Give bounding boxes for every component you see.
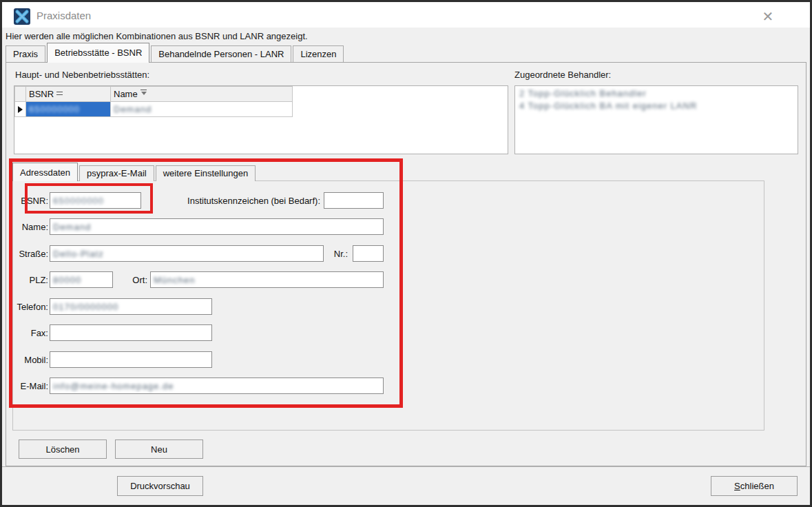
druckvorschau-button[interactable]: Druckvorschau [117, 476, 203, 496]
plz-input[interactable]: 80000 [50, 271, 113, 288]
main-tab-bar: Praxis Betriebsstätte - BSNR Behandelnde… [6, 43, 345, 63]
table-header-row: BSNR Name [15, 87, 293, 102]
email-input[interactable]: info@meine-homepage.de [50, 377, 384, 394]
institutskennzeichen-label: Institutskennzeichen (bei Bedarf): [165, 196, 320, 206]
footer-divider [2, 466, 810, 467]
window-title: Praxisdaten [37, 10, 91, 21]
sort-ascending-icon [140, 90, 147, 96]
column-header-bsnr[interactable]: BSNR [26, 87, 111, 102]
row-marker-header-cell [15, 87, 26, 102]
list-item[interactable]: 4 Topp-Glücklich BA mit eigener LANR [519, 101, 793, 111]
mobil-input[interactable] [50, 351, 212, 368]
mobil-label: Mobil: [1, 355, 48, 365]
schliessen-button[interactable]: Schließen [711, 476, 798, 496]
cell-name[interactable]: Demand [111, 102, 293, 117]
bsnr-input[interactable]: 650000000 [50, 192, 141, 209]
betriebsstaetten-grid[interactable]: BSNR Name 650000000 Demand [14, 85, 508, 154]
current-row-arrow-icon [18, 106, 23, 113]
bsnr-label: BSNR: [1, 196, 48, 206]
fax-label: Fax: [1, 328, 48, 338]
tab-lizenzen[interactable]: Lizenzen [293, 45, 344, 63]
email-label: E-Mail: [1, 381, 48, 391]
tab-betriebsstaette-bsnr[interactable]: Betriebsstätte - BSNR [47, 43, 149, 63]
nr-input[interactable] [353, 245, 384, 262]
strasse-label: Straße: [1, 249, 48, 259]
name-label: Name: [1, 222, 48, 232]
tab-behandelnde-personen-lanr[interactable]: Behandelnde Personen - LANR [151, 45, 291, 63]
ort-label: Ort: [124, 275, 147, 285]
loeschen-button[interactable]: Löschen [19, 439, 107, 459]
fax-input[interactable] [50, 324, 212, 341]
praxisdaten-dialog: Praxisdaten ✕ Hier werden alle möglichen… [0, 0, 812, 507]
nr-label: Nr.: [324, 249, 348, 259]
name-input[interactable]: Demand [50, 218, 384, 235]
table-row[interactable]: 650000000 Demand [15, 102, 293, 117]
dialog-description: Hier werden alle möglichen Kombinationen… [6, 31, 308, 41]
cell-bsnr[interactable]: 650000000 [26, 102, 111, 117]
neu-button[interactable]: Neu [115, 439, 203, 459]
institutskennzeichen-input[interactable] [324, 192, 384, 209]
telefon-label: Telefon: [1, 302, 48, 312]
behandler-list[interactable]: 2 Topp-Glücklich Behandler 4 Topp-Glückl… [514, 85, 798, 154]
ort-input[interactable]: München [150, 271, 384, 288]
subtab-psyprax-email[interactable]: psyprax-E-Mail [79, 165, 154, 181]
behandler-label: Zugeordnete Behandler: [514, 70, 611, 80]
telefon-input[interactable]: 0170/0000000 [50, 298, 212, 315]
list-item[interactable]: 2 Topp-Glücklich Behandler [519, 88, 793, 99]
strasse-input[interactable]: Dello-Platz [50, 245, 324, 262]
column-filter-lines-icon [56, 90, 63, 95]
tab-praxis[interactable]: Praxis [6, 45, 45, 63]
close-icon[interactable]: ✕ [758, 8, 778, 25]
subtab-adressdaten[interactable]: Adressdaten [12, 163, 78, 181]
title-bar: Praxisdaten ✕ [2, 2, 810, 28]
betriebsstaetten-label: Haupt- und Nebenbetriebsstätten: [15, 70, 149, 80]
psyprax-logo-icon [14, 8, 30, 25]
betriebsstaetten-table: BSNR Name 650000000 Demand [14, 86, 293, 117]
subtab-weitere-einstellungen[interactable]: weitere Einstellungen [156, 165, 256, 181]
column-header-name[interactable]: Name [111, 87, 293, 102]
plz-label: PLZ: [1, 275, 48, 285]
address-subtab-bar: Adressdaten psyprax-E-Mail weitere Einst… [12, 163, 257, 181]
row-marker-cell [15, 102, 26, 117]
